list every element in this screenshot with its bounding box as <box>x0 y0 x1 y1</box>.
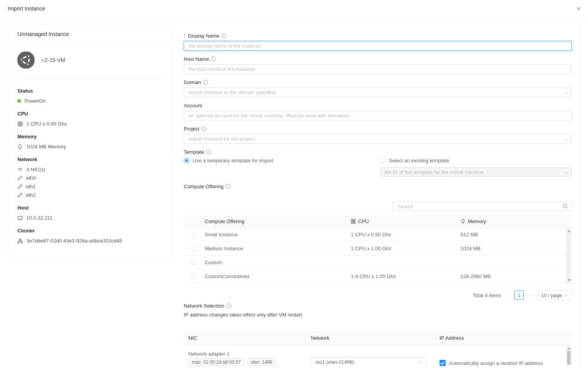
modal-header: Import Instance ✕ <box>0 0 588 17</box>
pagination-total: Total 4 items <box>473 292 501 298</box>
table-scrollbar[interactable] <box>566 228 572 283</box>
chevron-down-icon <box>565 137 567 140</box>
chevron-down-icon <box>565 293 567 296</box>
row-radio[interactable] <box>191 232 197 237</box>
template-placeholder: the ID of the template for the virtual m… <box>385 169 484 175</box>
monitor-icon <box>17 215 23 221</box>
status-value: PowerOn <box>24 98 45 104</box>
account-input[interactable] <box>184 111 572 120</box>
table-row[interactable]: Small Instance 1 CPU x 0.50 Ghz 512 MB <box>184 228 572 242</box>
import-form: * Display Name i Host Name i Domain i im… <box>178 25 580 368</box>
radio-icon[interactable] <box>184 158 190 163</box>
page-size-value: 10 / page <box>541 292 562 298</box>
nic-interface: eth0 <box>26 175 36 181</box>
search-input[interactable] <box>393 202 572 211</box>
project-placeholder: import instance for the project <box>188 136 255 142</box>
card-title: Unmanaged Instance <box>8 26 171 43</box>
row-radio[interactable] <box>191 246 197 251</box>
table-row[interactable]: Custom <box>184 256 572 270</box>
search-icon[interactable] <box>562 203 568 210</box>
radio-temporary-template[interactable]: Use a temporary template for import <box>184 157 380 163</box>
nic-name: Network adapter 1 <box>188 345 311 357</box>
auto-ip-label: Automatically assign a random IP address <box>449 360 543 366</box>
vlan-tag: vlan: 1498 <box>247 358 276 366</box>
col-header-cpu: CPU <box>358 218 369 224</box>
offering-name: CustomConstrained <box>205 273 351 279</box>
chevron-down-icon <box>565 170 567 173</box>
page-number[interactable]: 1 <box>514 291 524 300</box>
memory-label: Memory <box>17 134 162 139</box>
info-icon[interactable]: i <box>226 303 231 308</box>
mac-tag: mac: 02:00:24:a9:00:07 <box>188 358 244 366</box>
offering-memory: 1024 MB <box>460 246 572 251</box>
domain-label: Domain <box>184 79 201 85</box>
template-label: Template <box>184 149 204 155</box>
table-row[interactable]: CustomConstrained 1-4 CPU x 1.00 Ghz 128… <box>184 270 572 284</box>
info-icon[interactable]: i <box>206 150 211 155</box>
cpu-label: CPU <box>17 111 162 117</box>
scroll-up-icon[interactable] <box>567 230 571 232</box>
info-icon[interactable]: i <box>221 33 226 38</box>
auto-ip-checkbox[interactable] <box>440 360 446 366</box>
unmanaged-instance-card: Unmanaged Instance i-2-15-VM <box>8 25 172 259</box>
display-name-input[interactable] <box>184 41 572 51</box>
host-name-input[interactable] <box>184 64 572 74</box>
wifi-icon <box>17 167 23 172</box>
radio-temporary-label: Use a temporary template for import <box>193 158 273 163</box>
info-icon[interactable]: i <box>211 57 216 62</box>
offering-memory: 512 MB <box>460 232 572 237</box>
domain-select[interactable]: import instance to the domain specified <box>184 88 572 97</box>
scroll-up-icon[interactable] <box>567 347 571 349</box>
network-select[interactable]: iso1 (vlan://1498) <box>311 357 426 366</box>
host-label: Host <box>17 205 162 211</box>
host-name-label: Host Name <box>184 56 209 62</box>
radio-existing-label: Select an existing template <box>389 158 449 163</box>
row-radio[interactable] <box>191 260 197 265</box>
offering-cpu: 1 CPU x 0.50 Ghz <box>351 232 460 237</box>
modal-title: Import Instance <box>8 5 45 12</box>
chevron-down-icon <box>565 91 567 93</box>
col-header-memory: Memory <box>468 218 486 224</box>
table-row[interactable]: Medium Instance 1 CPU x 1.00 Ghz 1024 MB <box>184 242 572 256</box>
domain-placeholder: import instance to the domain specified <box>188 89 276 95</box>
cluster-label: Cluster <box>17 228 162 234</box>
prev-page-icon[interactable]: ‹ <box>504 292 511 298</box>
chevron-down-icon <box>419 360 422 363</box>
close-icon[interactable]: ✕ <box>576 6 581 12</box>
radio-icon[interactable] <box>380 158 386 163</box>
network-selection-label: Network Selection <box>184 303 224 309</box>
nic-interface: eth2 <box>26 192 36 198</box>
row-radio[interactable] <box>191 273 197 279</box>
offering-cpu: 1-4 CPU x 1.00 Ghz <box>351 273 460 279</box>
network-select-value: iso1 (vlan://1498) <box>316 359 354 365</box>
status-label: Status <box>17 88 162 94</box>
col-header-offering: Compute Offering <box>205 218 351 224</box>
link-icon <box>17 193 22 198</box>
network-selection-description: IP address changes takes effect only aft… <box>184 312 572 318</box>
memory-value: 1024 MB Memory <box>26 144 66 150</box>
next-page-icon[interactable]: › <box>527 292 534 298</box>
network-table: NIC Network IP Address Network adapter 1… <box>184 331 572 366</box>
radio-existing-template[interactable]: Select an existing template <box>380 157 572 163</box>
scroll-down-icon[interactable] <box>567 279 571 281</box>
pagination: Total 4 items ‹ 1 › 10 / page <box>184 291 572 300</box>
ubuntu-os-icon <box>17 52 34 69</box>
cluster-icon <box>17 238 23 244</box>
template-select[interactable]: the ID of the template for the virtual m… <box>380 167 572 177</box>
host-value: 10.0.32.211 <box>26 215 53 221</box>
vm-name: i-2-15-VM <box>41 57 65 63</box>
info-icon[interactable]: i <box>225 184 230 189</box>
offering-cpu: 1 CPU x 1.00 Ghz <box>351 246 460 251</box>
status-dot-icon <box>17 99 21 103</box>
project-label: Project <box>184 126 199 132</box>
display-name-label: Display Name <box>188 33 219 39</box>
link-icon <box>17 184 22 189</box>
table-scrollbar[interactable] <box>566 346 572 366</box>
scroll-thumb[interactable] <box>567 351 571 365</box>
project-select[interactable]: import instance for the project <box>184 134 572 144</box>
network-label: Network <box>17 156 162 162</box>
info-icon[interactable]: i <box>203 80 208 85</box>
info-icon[interactable]: i <box>201 126 206 131</box>
page-size-select[interactable]: 10 / page <box>537 291 572 300</box>
account-label: Account <box>184 103 202 108</box>
